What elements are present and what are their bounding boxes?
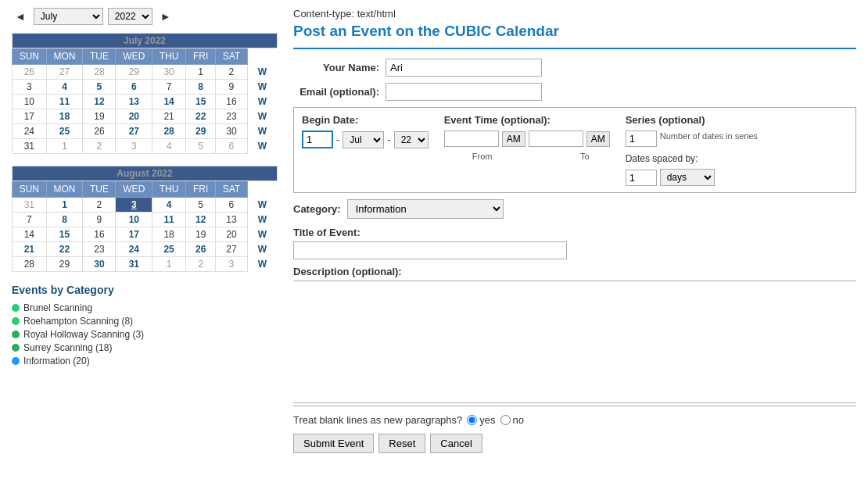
reset-button[interactable]: Reset [378,434,425,453]
day-cell[interactable]: 20 [116,109,152,124]
day-cell[interactable]: 29 [46,257,83,272]
no-radio[interactable] [500,415,511,425]
day-cell[interactable]: 30 [216,124,247,139]
day-cell[interactable]: 7 [152,80,186,95]
day-cell[interactable]: 28 [13,257,47,272]
category-name[interactable]: Information (20) [23,356,90,366]
next-month-button[interactable]: ► [157,10,174,23]
day-cell[interactable]: 25 [152,242,186,257]
spaced-number-input[interactable] [626,170,657,186]
category-select[interactable]: Information Brunel Scanning Roehampton S… [347,199,504,219]
day-cell[interactable]: 31 [13,139,47,154]
day-cell[interactable]: 5 [186,198,216,213]
week-link[interactable]: W [247,213,277,227]
day-cell[interactable]: 23 [83,242,116,257]
description-textarea[interactable] [293,286,856,403]
series-number-input[interactable] [626,130,657,147]
day-cell[interactable]: 8 [46,213,83,227]
week-link[interactable]: W [247,242,277,257]
day-cell[interactable]: 10 [13,95,47,109]
day-input[interactable] [302,130,333,148]
day-cell[interactable]: 10 [116,213,152,227]
day-cell[interactable]: 19 [186,227,216,242]
to-time-input[interactable] [529,130,583,147]
day-cell[interactable]: 18 [152,227,186,242]
day-cell[interactable]: 16 [83,227,116,242]
day-cell[interactable]: 9 [216,80,247,95]
day-cell[interactable]: 24 [13,124,47,139]
week-link[interactable]: W [247,257,277,272]
day-cell[interactable]: 14 [152,95,186,109]
email-input[interactable] [386,83,542,101]
day-cell[interactable]: 23 [216,109,247,124]
day-cell[interactable]: 2 [216,65,247,80]
week-link[interactable]: W [247,80,277,95]
week-link[interactable]: W [247,95,277,109]
category-name[interactable]: Roehampton Scanning (8) [23,316,133,327]
day-cell[interactable]: 17 [116,227,152,242]
year-select[interactable]: 2021222324 [394,131,429,148]
day-cell[interactable]: 21 [13,242,47,257]
category-name[interactable]: Surrey Scanning (18) [23,342,112,353]
day-cell[interactable]: 22 [46,242,83,257]
week-link[interactable]: W [247,227,277,242]
name-input[interactable] [386,59,542,77]
day-cell[interactable]: 14 [13,227,47,242]
day-cell[interactable]: 15 [186,95,216,109]
day-cell[interactable]: 30 [83,257,116,272]
day-cell[interactable]: 6 [116,80,152,95]
day-cell[interactable]: 25 [46,124,83,139]
day-cell[interactable]: 24 [116,242,152,257]
day-cell[interactable]: 9 [83,213,116,227]
day-cell[interactable]: 8 [186,80,216,95]
day-cell[interactable]: 20 [216,227,247,242]
day-cell[interactable]: 31 [116,257,152,272]
week-link[interactable]: W [247,124,277,139]
spaced-unit-select[interactable]: daysweeksmonths [660,169,715,186]
from-time-input[interactable] [444,130,499,147]
from-am-button[interactable]: AM [502,131,525,147]
day-cell[interactable]: 7 [13,213,47,227]
day-cell[interactable]: 18 [46,109,83,124]
day-cell[interactable]: 13 [116,95,152,109]
submit-button[interactable]: Submit Event [293,434,374,453]
week-link[interactable]: W [247,65,277,80]
day-cell[interactable]: 26 [186,242,216,257]
week-link[interactable]: W [247,198,277,213]
day-cell[interactable]: 6 [216,198,247,213]
yes-radio[interactable] [467,415,477,425]
day-cell[interactable]: 12 [83,95,116,109]
to-am-button[interactable]: AM [586,131,610,147]
no-radio-label[interactable]: no [500,414,524,426]
day-cell[interactable]: 11 [152,213,186,227]
prev-month-button[interactable]: ◄ [12,10,29,23]
day-cell[interactable]: 22 [186,109,216,124]
day-cell[interactable]: 12 [186,213,216,227]
cancel-button[interactable]: Cancel [430,434,482,453]
month-select[interactable]: JanuaryFebruaryMarchAprilMayJuneJulyAugu… [34,8,103,25]
day-cell[interactable]: 4 [152,198,186,213]
day-cell[interactable]: 17 [13,109,47,124]
week-link[interactable]: W [247,139,277,154]
day-cell[interactable]: 13 [216,213,247,227]
day-cell[interactable]: 27 [116,124,152,139]
week-link[interactable]: W [247,109,277,124]
day-cell[interactable]: 11 [46,95,83,109]
day-cell[interactable]: 21 [152,109,186,124]
day-cell[interactable]: 19 [83,109,116,124]
day-cell[interactable]: 29 [186,124,216,139]
day-cell[interactable]: 15 [46,227,83,242]
day-cell[interactable]: 5 [83,80,116,95]
category-name[interactable]: Brunel Scanning [23,302,92,313]
day-cell[interactable]: 26 [83,124,116,139]
day-cell[interactable]: 27 [216,242,247,257]
year-select[interactable]: 20202021202220232024 [108,8,152,25]
day-cell[interactable]: 1 [46,198,83,213]
day-cell[interactable]: 4 [46,80,83,95]
day-cell[interactable]: 2 [83,198,116,213]
category-name[interactable]: Royal Holloway Scanning (3) [23,329,144,340]
yes-radio-label[interactable]: yes [467,414,495,426]
day-cell[interactable]: 3 [13,80,47,95]
title-input[interactable] [293,241,567,259]
month-select[interactable]: JanFebMarAprMayJunJulAugSepOctNovDec [343,131,384,148]
